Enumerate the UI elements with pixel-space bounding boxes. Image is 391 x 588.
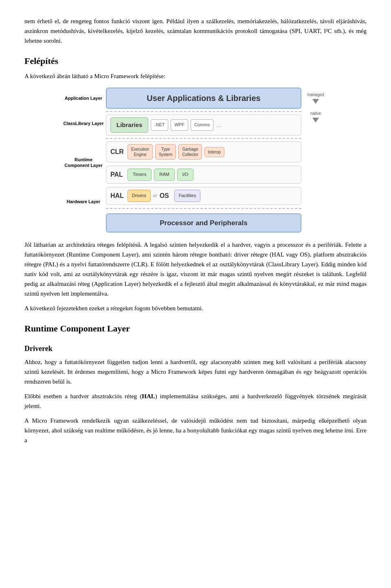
pal-row-inner: PAL Timers RAM I/O bbox=[110, 169, 297, 181]
hal-label: HAL bbox=[110, 191, 125, 201]
managed-arrow-icon bbox=[312, 99, 319, 104]
clr-label: CLR bbox=[110, 147, 125, 157]
native-label: native bbox=[310, 110, 321, 117]
app-layer-label: Application Layer bbox=[61, 88, 106, 109]
classlibrary-layer-label: ClassLibrary Layer bbox=[61, 113, 106, 134]
native-arrow-icon bbox=[312, 118, 319, 123]
application-row: User Applications & Libraries bbox=[106, 88, 301, 109]
hal-bold: HAL bbox=[142, 393, 155, 399]
libraries-row: Libraries .NET WPF Comms ... bbox=[106, 114, 301, 136]
clr-garbage: GarbageCollector bbox=[178, 144, 202, 160]
intro-paragraph: nem érhető el, de rengeteg fontos funkci… bbox=[24, 16, 367, 46]
clr-interop: Interop bbox=[204, 147, 224, 157]
hardware-layer-label: Hardware Layer bbox=[61, 191, 106, 212]
hal-row-inner: HAL Drivers or OS Facilities bbox=[110, 190, 297, 202]
sep3 bbox=[106, 208, 301, 209]
or-text: or bbox=[153, 192, 157, 200]
runtime-layer-label: Runtime Component Layer bbox=[61, 138, 106, 187]
right-side-arrows: managed native bbox=[301, 88, 330, 233]
clr-row-inner: CLR ExecutionEngine TypeSystem GarbageCo… bbox=[110, 144, 297, 160]
hal-row: HAL Drivers or OS Facilities bbox=[106, 187, 301, 205]
managed-label: managed bbox=[307, 92, 324, 98]
lib-row-inner: Libraries .NET WPF Comms ... bbox=[110, 117, 297, 133]
processor-content: Processor and Peripherals bbox=[106, 213, 301, 233]
micro-framework-diagram: Application Layer ClassLibrary Layer Run… bbox=[61, 88, 330, 233]
clr-type: TypeSystem bbox=[155, 144, 176, 160]
hal-drivers: Drivers bbox=[127, 190, 151, 202]
micro-framework-realtime-text: A Micro Framework rendelkezik ugyan szál… bbox=[24, 416, 367, 445]
clr-execution: ExecutionEngine bbox=[127, 144, 153, 160]
os-facilities: Facilities bbox=[174, 190, 201, 202]
sep2 bbox=[106, 138, 301, 139]
lib-comms: Comms bbox=[191, 119, 213, 131]
processor-row: Processor and Peripherals bbox=[106, 212, 301, 233]
pal-ram: RAM bbox=[154, 169, 174, 181]
pal-row: PAL Timers RAM I/O bbox=[106, 166, 301, 184]
native-arrow: native bbox=[310, 110, 321, 123]
lib-wpf: WPF bbox=[171, 119, 188, 131]
lib-dotnet: .NET bbox=[151, 119, 168, 131]
libraries-label: Libraries bbox=[110, 117, 148, 133]
after-diagram-text: Jól láthatóan az architektúra réteges fe… bbox=[24, 240, 367, 298]
pal-io: I/O bbox=[177, 169, 194, 181]
section-felepites: Felépítés bbox=[24, 54, 367, 68]
managed-arrow: managed bbox=[307, 92, 324, 105]
app-layer-content: User Applications & Libraries bbox=[106, 88, 301, 109]
os-label: OS bbox=[160, 191, 172, 201]
next-chapters-text: A következő fejezetekben ezeket a rétege… bbox=[24, 303, 367, 313]
runtime-section-title: Runtime Component Layer bbox=[24, 321, 367, 336]
clr-row: CLR ExecutionEngine TypeSystem GarbageCo… bbox=[106, 141, 301, 162]
pal-label: PAL bbox=[110, 169, 125, 180]
layer-labels: Application Layer ClassLibrary Layer Run… bbox=[61, 88, 106, 233]
driverek-title: Driverek bbox=[24, 343, 367, 355]
diagram-content: User Applications & Libraries Libraries … bbox=[106, 88, 301, 233]
pal-timers: Timers bbox=[127, 169, 152, 181]
driverek-text: Ahhoz, hogy a futtatókörnyezet független… bbox=[24, 357, 367, 386]
elso-eset-text: Előbbi esetben a hardver absztrakciós ré… bbox=[24, 391, 367, 411]
sep1 bbox=[106, 111, 301, 112]
felepites-intro: A következő ábrán látható a Micro Framew… bbox=[24, 71, 367, 81]
lib-ellipsis: ... bbox=[216, 121, 222, 129]
